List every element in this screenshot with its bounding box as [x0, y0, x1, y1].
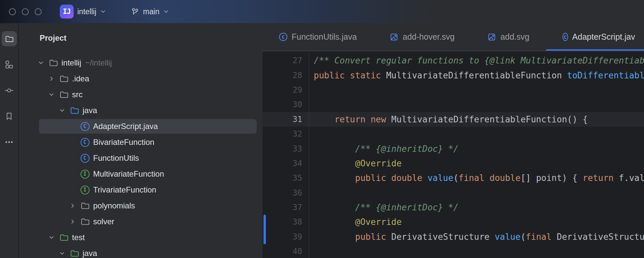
tree-indent-spacer: [67, 150, 78, 166]
code-line-37[interactable]: 37 /** {@inheritDoc} */: [263, 200, 644, 215]
tree-item-src[interactable]: src: [19, 87, 263, 103]
window-close-button[interactable]: [9, 8, 16, 15]
class-icon: C: [80, 138, 89, 147]
code-lines: 27/** Convert regular functions to {@lin…: [263, 51, 644, 258]
line-number-39[interactable]: 39: [263, 232, 309, 241]
code-line-35[interactable]: 35 public double value(final double[] po…: [263, 171, 644, 185]
line-number-33[interactable]: 33: [263, 144, 309, 153]
tool-window-button-more[interactable]: [0, 129, 18, 155]
tree-indent-spacer: [67, 118, 78, 134]
tree-item--idea[interactable]: .idea: [19, 71, 263, 87]
folder-icon: [49, 58, 58, 67]
project-name: intellij: [77, 7, 96, 16]
chevron-expanded-icon[interactable]: [56, 103, 68, 118]
code-line-34[interactable]: 34 @Override: [263, 156, 644, 171]
line-number-40[interactable]: 40: [263, 247, 309, 256]
code-text: @Override: [309, 215, 644, 229]
window-minimize-button[interactable]: [22, 8, 29, 15]
tree-item-functionutils[interactable]: CFunctionUtils: [19, 150, 263, 166]
tree-item-polynomials[interactable]: polynomials: [19, 198, 263, 214]
tool-window-button-commit[interactable]: [0, 77, 18, 103]
tree-item-path-suffix: ~/intellij: [85, 58, 112, 67]
editor-tab-functionutils-java[interactable]: CFunctionUtils.java: [263, 23, 373, 51]
editor-column: CFunctionUtils.javaadd-hover.svgadd.svgC…: [263, 23, 644, 258]
line-number-29[interactable]: 29: [263, 85, 309, 95]
tree-item-label: AdapterScript.java: [93, 122, 158, 131]
class-icon: C: [279, 33, 287, 41]
main-area: Project intellij~/intellij.ideasrcjavaCA…: [0, 23, 644, 258]
code-text: /** Convert regular functions to {@link …: [309, 53, 644, 68]
tree-item-java[interactable]: java: [19, 103, 263, 118]
tree-item-intellij[interactable]: intellij~/intellij: [19, 55, 263, 71]
editor-tab-add-svg[interactable]: add.svg: [471, 23, 546, 51]
tree-item-trivariatefunction[interactable]: ITrivariateFunction: [19, 182, 263, 198]
code-text: return new MultivariateDifferentiableFun…: [309, 112, 644, 127]
line-number-35[interactable]: 35: [263, 173, 309, 183]
code-text: [309, 83, 644, 97]
tree-item-label: BivariateFunction: [93, 138, 154, 147]
editor-tab-add-hover-svg[interactable]: add-hover.svg: [373, 23, 471, 51]
code-text: [309, 244, 644, 258]
line-number-30[interactable]: 30: [263, 100, 309, 109]
tree-item-adapterscript-java[interactable]: CAdapterScript.java: [19, 118, 263, 134]
code-line-36[interactable]: 36: [263, 186, 644, 200]
line-number-27[interactable]: 27: [263, 56, 309, 65]
bookmarks-icon: [2, 108, 17, 124]
code-text: @Override: [309, 156, 644, 171]
tree-item-label: src: [72, 90, 83, 99]
tool-window-button-project[interactable]: [0, 26, 18, 52]
tree-item-label: TrivariateFunction: [93, 185, 156, 194]
code-text: public DerivativeStructure value(final D…: [309, 230, 644, 244]
tab-label: add-hover.svg: [403, 32, 454, 42]
code-line-29[interactable]: 29: [263, 83, 644, 97]
tool-window-button-structure[interactable]: [0, 52, 18, 77]
code-line-32[interactable]: 32: [263, 127, 644, 141]
code-editor[interactable]: 27/** Convert regular functions to {@lin…: [263, 51, 644, 258]
tree-item-label: MultivariateFunction: [93, 169, 164, 179]
tree-item-solver[interactable]: solver: [19, 214, 263, 230]
line-number-38[interactable]: 38: [263, 217, 309, 227]
chevron-expanded-icon[interactable]: [56, 245, 68, 258]
line-number-37[interactable]: 37: [263, 203, 309, 212]
line-number-32[interactable]: 32: [263, 129, 309, 139]
line-number-34[interactable]: 34: [263, 159, 309, 168]
tree-item-test[interactable]: test: [19, 230, 263, 245]
code-text: [309, 97, 644, 112]
tree-item-bivariatefunction[interactable]: CBivariateFunction: [19, 134, 263, 150]
code-line-33[interactable]: 33 /** {@inheritDoc} */: [263, 141, 644, 156]
vcs-change-marker[interactable]: [264, 215, 266, 244]
tree-item-label: test: [72, 233, 85, 242]
window-zoom-button[interactable]: [35, 8, 42, 15]
project-widget[interactable]: IJ intellij: [60, 0, 106, 23]
code-line-40[interactable]: 40: [263, 244, 644, 258]
folder-icon: [80, 201, 89, 210]
tree-item-label: .idea: [72, 74, 89, 83]
tree-item-java[interactable]: java: [19, 245, 263, 258]
class-icon: C: [80, 122, 89, 131]
project-logo-badge: IJ: [60, 5, 74, 19]
chevron-expanded-icon[interactable]: [46, 87, 57, 103]
interface-icon: I: [80, 169, 89, 179]
vcs-branch-widget[interactable]: main: [131, 0, 169, 23]
chevron-collapsed-icon[interactable]: [67, 198, 78, 214]
chevron-collapsed-icon[interactable]: [67, 214, 78, 230]
code-line-30[interactable]: 30: [263, 97, 644, 112]
tool-window-button-bookmarks[interactable]: [0, 103, 18, 129]
code-line-39[interactable]: 39 public DerivativeStructure value(fina…: [263, 230, 644, 244]
code-line-27[interactable]: 27/** Convert regular functions to {@lin…: [263, 53, 644, 68]
tree-item-label: FunctionUtils: [93, 153, 139, 163]
code-line-31[interactable]: 31 return new MultivariateDifferentiable…: [263, 112, 644, 127]
code-text: [309, 127, 644, 141]
chevron-down-icon: [100, 9, 106, 15]
tree-item-multivariatefunction[interactable]: IMultivariateFunction: [19, 166, 263, 182]
line-number-28[interactable]: 28: [263, 71, 309, 80]
editor-tab-adapterscript-jav[interactable]: CAdapterScript.jav: [546, 23, 644, 51]
chevron-expanded-icon[interactable]: [46, 230, 57, 245]
code-line-38[interactable]: 38 @Override: [263, 215, 644, 229]
code-line-28[interactable]: 28public static MultivariateDifferentiab…: [263, 68, 644, 82]
line-number-36[interactable]: 36: [263, 188, 309, 197]
chevron-expanded-icon[interactable]: [35, 55, 47, 71]
line-number-31[interactable]: 31: [263, 115, 309, 124]
tree-item-label: java: [83, 249, 97, 258]
chevron-collapsed-icon[interactable]: [46, 71, 57, 87]
